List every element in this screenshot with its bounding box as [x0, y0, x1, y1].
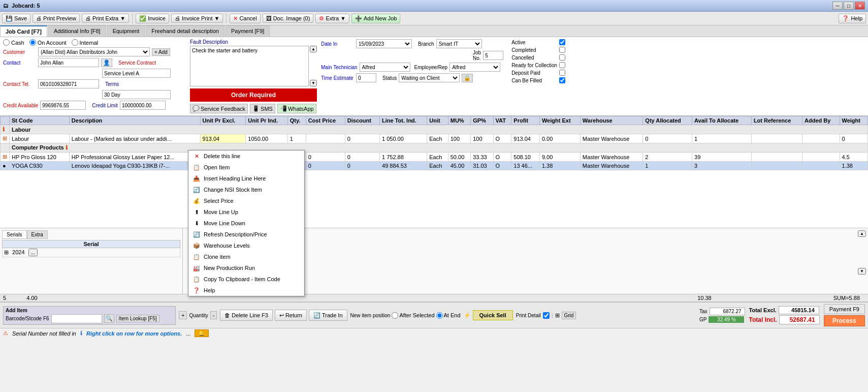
print-detail-checkbox[interactable]	[543, 312, 550, 319]
trade-in-button[interactable]: 🔄 Trade In	[309, 310, 347, 321]
job-no-input[interactable]	[483, 51, 503, 60]
context-select-price[interactable]: 💰 Select Price	[188, 195, 304, 206]
context-refresh[interactable]: 🔄 Refresh Description/Price	[188, 229, 304, 240]
save-button[interactable]: 💾 Save	[2, 14, 30, 23]
qty-plus-button[interactable]: +	[179, 311, 187, 319]
sub-scroll-up[interactable]: ▲	[858, 230, 866, 237]
item-lookup-button[interactable]: Item Lookup [F5]	[116, 315, 159, 322]
add-new-job-button[interactable]: ➕ Add New Job	[351, 14, 400, 23]
table-wrapper[interactable]: St Code Description Unit Pr Excl. Unit P…	[0, 116, 868, 228]
separator	[132, 13, 133, 23]
whatsapp-button[interactable]: 📲 WhatsApp	[277, 104, 316, 113]
time-est-input[interactable]	[356, 73, 376, 82]
contact-input[interactable]	[38, 58, 99, 67]
service-contract-input[interactable]	[102, 69, 171, 78]
table-row[interactable]: ● YOGA C930 Lenovo Ideapad Yoga C930-13I…	[1, 162, 868, 170]
right-panel: Date In 15/09/2023 Branch Smart IT Job N…	[321, 39, 503, 113]
context-change-icon: 🔄	[192, 186, 201, 194]
deposit-row: Deposit Paid	[511, 70, 589, 76]
tab-equipment[interactable]: Equipment	[107, 25, 145, 37]
invoice-button[interactable]: ✅ Invoice	[136, 14, 169, 23]
context-clone[interactable]: 📋 Clone item	[188, 251, 304, 262]
emp-rep-select[interactable]: Alfred	[449, 63, 500, 72]
context-insert-heading[interactable]: 📥 Insert Heading Line Here	[188, 173, 304, 184]
doc-image-button[interactable]: 🖼 Doc. Image (0)	[263, 14, 314, 23]
contact-icon[interactable]: 👤	[101, 58, 112, 67]
terms-input[interactable]	[102, 90, 171, 99]
delete-line-button[interactable]: 🗑 Delete Line F3	[220, 310, 273, 321]
tab-payment[interactable]: Payment [F9]	[226, 25, 270, 37]
sub-tab-serials[interactable]: Serials	[2, 230, 27, 239]
ready-checkbox[interactable]	[559, 62, 565, 68]
table-row[interactable]: Computer Products ℹ	[1, 143, 868, 153]
grid-button[interactable]: Grid	[562, 312, 576, 319]
invoice-print-button[interactable]: 🖨 Invoice Print ▼	[171, 14, 223, 23]
serial-row[interactable]: ⊞ 2024 ...	[3, 248, 180, 257]
internal-radio[interactable]: Internal	[72, 39, 99, 46]
fault-textarea[interactable]	[190, 46, 309, 86]
completed-checkbox[interactable]	[559, 47, 565, 53]
close-button[interactable]: ✕	[855, 2, 865, 10]
context-production[interactable]: 🏭 New Production Run	[188, 262, 304, 274]
context-move-up[interactable]: ⬆ Move Line Up	[188, 206, 304, 218]
context-warehouse[interactable]: 📦 Warehouse Levels	[188, 240, 304, 251]
status-icon-button[interactable]: 🔒	[462, 74, 473, 82]
status-select[interactable]: Waiting on Client	[399, 73, 460, 82]
fault-scroll-down[interactable]: ▼	[310, 80, 317, 86]
active-checkbox[interactable]	[559, 39, 565, 45]
qty-minus-button[interactable]: -	[210, 311, 217, 319]
right-click-hint: Right click on row for more options.	[86, 330, 182, 337]
extra-button[interactable]: ⚙ Extra ▼	[315, 14, 349, 23]
credit-avail-input[interactable]	[40, 101, 86, 110]
service-feedback-button[interactable]: 💬 Service Feedback	[190, 104, 248, 113]
maximize-button[interactable]: □	[844, 2, 854, 10]
search-icon[interactable]: 🔍	[104, 314, 114, 323]
date-in-select[interactable]: 15/09/2023	[356, 39, 412, 48]
return-button[interactable]: ↩ Return	[275, 310, 307, 321]
cancel-button[interactable]: ✕ Cancel	[230, 14, 260, 23]
on-account-radio[interactable]: On Account	[29, 39, 67, 46]
context-open-item[interactable]: 📋 Open Item	[188, 162, 304, 173]
add-customer-button[interactable]: + Add	[152, 48, 170, 56]
tab-jobcard[interactable]: Job Card [F7]	[0, 25, 47, 37]
branch-select[interactable]: Smart IT	[436, 39, 482, 48]
tab-freehand[interactable]: Freehand detail description	[146, 25, 224, 37]
cancelled-checkbox[interactable]	[559, 54, 565, 61]
after-selected-radio[interactable]: After Selected	[392, 312, 434, 319]
main-tech-select[interactable]: Alfred	[360, 63, 410, 72]
context-help[interactable]: ❓ Help	[188, 285, 304, 296]
order-required-button[interactable]: Order Required	[190, 88, 317, 102]
contact-tel-input[interactable]	[38, 79, 99, 88]
table-row[interactable]: ⊞ Labour Labour - (Marked as labour unde…	[1, 134, 868, 143]
at-end-radio[interactable]: At End	[436, 312, 461, 319]
can-fill-checkbox[interactable]	[559, 77, 565, 83]
context-delete-line[interactable]: ✕ Delete this line	[188, 150, 304, 162]
deposit-checkbox[interactable]	[559, 70, 565, 76]
help-button[interactable]: ❓ Help	[839, 14, 866, 23]
context-move-down[interactable]: ⬇ Move Line Down	[188, 218, 304, 229]
fault-scroll-up[interactable]: ▲	[310, 46, 317, 52]
minimize-button[interactable]: ─	[832, 2, 843, 10]
customer-select[interactable]: (Allan Dist) Allan Distributors John	[38, 47, 150, 56]
process-button[interactable]: Process	[824, 315, 865, 326]
table-row[interactable]: ⊞ HP Pro Gloss 120 HP Professional Gloss…	[1, 153, 868, 162]
print-extra-button[interactable]: 🖨 Print Extra ▼	[82, 14, 129, 23]
tab-additional[interactable]: Additional Info [F8]	[48, 25, 106, 37]
fault-desc-label: Fault Description	[190, 39, 317, 45]
table-row[interactable]: ℹ Labour	[1, 125, 868, 134]
print-extra-icon: 🖨	[85, 15, 91, 21]
sub-tab-extra[interactable]: Extra	[27, 230, 48, 239]
context-copy-clipboard[interactable]: 📋 Copy To Clipboard - Item Code	[188, 274, 304, 285]
credit-limit-input[interactable]	[120, 101, 166, 110]
serial-lookup-button[interactable]: ...	[28, 249, 38, 256]
print-preview-button[interactable]: 🖨 Print Preview	[33, 14, 80, 23]
context-change-nsi[interactable]: 🔄 Change NSI Stock Item	[188, 184, 304, 195]
payment-button[interactable]: Payment F9	[824, 304, 865, 314]
cash-radio[interactable]: Cash	[3, 39, 24, 46]
quick-sell-button[interactable]: Quick Sell	[473, 310, 513, 320]
col-cost-price: Cost Price	[306, 116, 345, 125]
sms-button[interactable]: 📱 SMS	[250, 104, 275, 113]
barcode-input[interactable]	[51, 314, 102, 323]
col-mu: MU%	[448, 116, 470, 125]
sub-scroll-down[interactable]: ▼	[858, 268, 866, 275]
